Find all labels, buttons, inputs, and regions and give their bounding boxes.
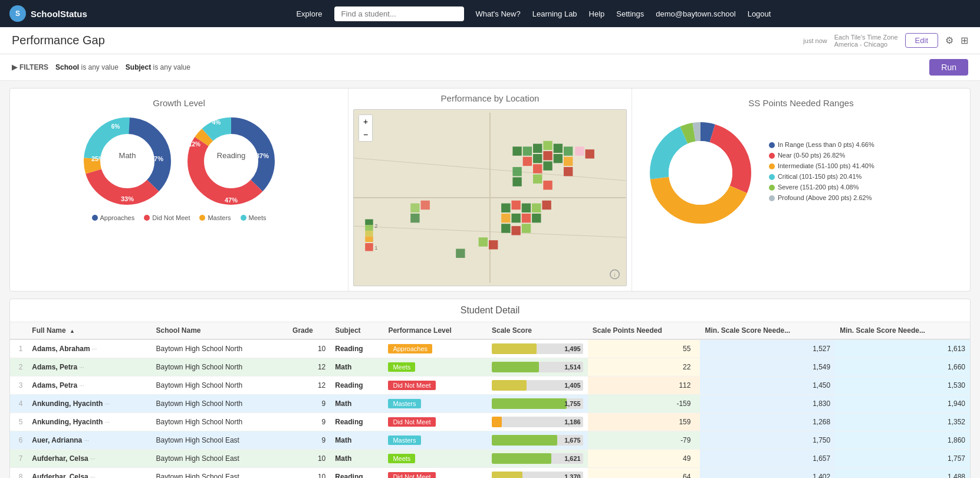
col-school-name[interactable]: School Name [152,322,288,339]
cell-grade: 10 [288,468,330,479]
cell-grade: 12 [288,376,330,395]
svg-rect-65 [365,231,373,237]
cell-scale-score: 1,370 [487,468,588,479]
cell-row-num: 4 [10,395,27,413]
cell-min-score-2: 1,530 [835,376,970,395]
cell-row-num: 8 [10,468,27,479]
grid-icon-button[interactable]: ⊞ [961,35,968,46]
svg-rect-39 [564,167,573,176]
student-search-input[interactable] [334,6,464,21]
svg-rect-59 [410,214,419,222]
svg-rect-36 [512,167,521,176]
cell-min-score-1: 1,750 [700,431,835,450]
settings-link[interactable]: Settings [616,9,644,18]
learning-lab-link[interactable]: Learning Lab [532,9,577,18]
filters-toggle[interactable]: ▶ FILTERS [12,63,48,71]
svg-rect-31 [523,157,532,166]
svg-text:Reading: Reading [216,151,245,160]
col-scale-score[interactable]: Scale Score [487,322,588,339]
run-button[interactable]: Run [929,59,968,76]
col-min-scale-score-1[interactable]: Min. Scale Score Neede... [700,322,835,339]
ss-intermediate: Intermediate (51-100 pts) 41.40% [769,162,874,169]
table-row: 6 Auer, Adrianna ··· Baytown High School… [10,431,970,450]
col-scale-points-needed[interactable]: Scale Points Needed [588,322,701,339]
app-logo[interactable]: S SchoolStatus [9,5,87,22]
cell-row-num: 1 [10,339,27,358]
col-grade[interactable]: Grade [288,322,330,339]
settings-icon-button[interactable]: ⚙ [945,35,953,46]
timezone-info: Each Tile's Time Zone America - Chicago [834,34,898,48]
student-table-container: Full Name ▲ School Name Grade Subject Pe… [10,322,970,478]
col-min-scale-score-2[interactable]: Min. Scale Score Neede... [835,322,970,339]
intermediate-label: Intermediate (51-100 pts) 41.40% [778,162,874,169]
svg-rect-32 [533,154,542,163]
svg-text:i: i [614,272,616,278]
cell-school: Baytown High School North [152,339,288,358]
intermediate-dot [769,163,775,169]
growth-level-panel: Growth Level Math 25% 37% [10,89,348,291]
timezone-value: America - Chicago [834,41,898,48]
cell-scale-score: 1,405 [487,376,588,395]
table-row: 4 Ankunding, Hyacinth ··· Baytown High S… [10,395,970,413]
cell-points-needed: 55 [588,339,701,358]
cell-scale-score: 1,755 [487,395,588,413]
cell-perf-level: Did Not Meet [383,413,487,431]
help-link[interactable]: Help [589,9,605,18]
col-performance-level[interactable]: Performance Level [383,322,487,339]
timestamp: just now [803,37,827,44]
svg-rect-55 [512,226,521,235]
svg-rect-40 [512,177,521,186]
top-navigation: S SchoolStatus Explore What's New? Learn… [0,0,980,27]
svg-rect-42 [543,181,552,189]
svg-rect-49 [542,201,551,209]
cell-perf-level: Meets [383,450,487,468]
cell-scale-score: 1,495 [487,339,588,358]
page-title: Performance Gap [12,34,105,47]
cell-name: Aufderhar, Celsa ··· [27,450,151,468]
ss-near: Near (0-50 pts) 26.82% [769,152,874,159]
col-subject[interactable]: Subject [330,322,383,339]
masters-dot [199,215,205,221]
svg-text:4%: 4% [212,119,221,126]
ss-points-donut [642,114,759,232]
edit-button[interactable]: Edit [905,33,938,48]
page-header: Performance Gap just now Each Tile's Tim… [0,27,980,54]
masters-label: Masters [208,214,231,221]
cell-subject: Math [330,395,383,413]
app-name: SchoolStatus [31,9,87,19]
user-email[interactable]: demo@baytown.school [656,9,735,18]
cell-grade: 10 [288,450,330,468]
svg-text:1: 1 [375,245,378,251]
cell-school: Baytown High School North [152,395,288,413]
ss-points-panel: SS Points Needed Ranges [632,89,970,291]
cell-subject: Reading [330,376,383,395]
table-row: 7 Aufderhar, Celsa ··· Baytown High Scho… [10,450,970,468]
school-filter: School is any value [55,63,119,71]
svg-rect-50 [501,214,510,222]
cell-points-needed: 159 [588,413,701,431]
svg-rect-25 [512,146,521,155]
critical-dot [769,174,775,180]
whats-new-link[interactable]: What's New? [476,9,521,18]
cell-min-score-1: 1,268 [700,413,835,431]
zoom-in-button[interactable]: + [359,115,372,128]
col-full-name[interactable]: Full Name ▲ [27,322,151,339]
meets-dot [241,215,246,221]
nav-center: Explore What's New? Learning Lab Help Se… [97,6,971,21]
cell-row-num: 5 [10,413,27,431]
student-detail-title: Student Detail [10,299,970,322]
cell-points-needed: 22 [588,358,701,376]
map-svg: 1 2 i [354,110,626,286]
svg-text:12%: 12% [189,141,200,148]
legend-did-not-meet: Did Not Meet [144,214,190,221]
svg-rect-64 [365,236,373,242]
explore-link[interactable]: Explore [296,9,322,18]
zoom-out-button[interactable]: − [359,128,372,141]
svg-rect-57 [410,204,419,212]
ss-chart-container: In Range (Less than 0 pts) 4.66% Near (0… [642,114,961,232]
cell-row-num: 6 [10,431,27,450]
logout-link[interactable]: Logout [748,9,771,18]
subject-filter-label: Subject [126,63,151,71]
cell-points-needed: -79 [588,431,701,450]
cell-grade: 9 [288,395,330,413]
